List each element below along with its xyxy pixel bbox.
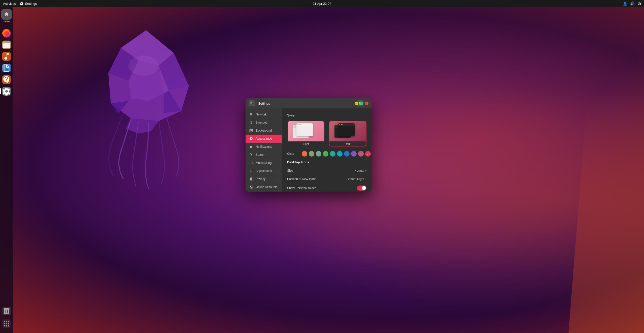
sidebar-item-search[interactable]: Search [246,151,282,159]
dock-item-trash[interactable] [1,306,12,316]
color-swatch-cyan[interactable] [337,151,343,157]
size-dropdown[interactable]: Normal ▾ [354,169,366,172]
color-swatch-mint[interactable] [316,151,321,157]
jellyfish-illustration [43,15,249,199]
desktop: Activities Settings 21 Apr 22:04 👤 🔊 ⏻ [0,0,644,333]
window-close-button[interactable]: × [365,102,368,105]
dark-style-label: Dark [329,141,366,146]
dock-item-rhythmbox[interactable] [1,51,12,62]
home-icon [4,11,10,17]
dock-item-settings[interactable] [1,86,12,97]
sidebar-network-label: Network [256,113,267,116]
settings-window-title: Settings [258,102,357,105]
color-swatch-orange[interactable] [302,151,307,157]
color-swatches [302,151,371,157]
window-minimize-button[interactable]: − [355,102,358,105]
multitasking-icon [249,161,253,165]
dock-home-label: Home [4,20,10,23]
dock-item-software[interactable] [1,74,12,85]
dock-item-files[interactable] [1,40,12,50]
firefox-icon [2,29,11,38]
notifications-icon [249,145,253,149]
color-swatch-green[interactable] [323,151,328,157]
personal-folder-toggle[interactable] [357,186,366,191]
dark-style-preview [329,121,366,141]
light-front-window [296,123,313,136]
svg-point-10 [4,31,10,36]
settings-dock-icon [2,87,11,96]
style-dark-card[interactable]: Dark [329,121,367,146]
style-cards-container: Light [287,121,366,146]
position-dropdown[interactable]: Bottom Right ▾ [347,177,366,181]
volume-icon[interactable]: 🔊 [630,2,634,6]
applications-icon [249,169,253,173]
writer-icon [2,64,11,72]
topbar-left: Activities Settings [3,2,37,6]
sidebar-privacy-label: Privacy [256,177,265,181]
trash-icon [2,307,11,315]
size-dropdown-arrow: ▾ [365,169,366,172]
dock-item-home[interactable]: Home [1,9,12,23]
window-maximize-button[interactable]: □ [360,102,363,105]
color-swatch-purple[interactable] [351,151,357,157]
network-status-icon: 👤 [623,2,627,6]
settings-main-panel: Style [282,108,371,192]
color-swatch-pink[interactable] [358,151,364,157]
bluetooth-icon [249,120,253,125]
dock: Home [0,7,13,333]
color-row: Color [287,151,366,157]
sidebar-item-network[interactable]: Network [246,110,282,118]
settings-titlebar: Settings − □ × [246,98,371,108]
sidebar-item-sharing[interactable]: Sharing [246,191,282,192]
color-swatch-red[interactable] [365,151,371,157]
settings-app-name[interactable]: Settings [25,2,37,6]
gear-icon [20,2,23,5]
appearance-icon [249,137,253,141]
color-swatch-teal[interactable] [330,151,335,157]
dock-bottom-section [1,306,12,329]
show-apps-icon [2,319,11,328]
sidebar-bluetooth-label: Bluetooth [256,121,268,124]
personal-folder-label: Show Personal folder [287,186,357,190]
color-swatch-blue[interactable] [344,151,350,157]
sidebar-item-multitasking[interactable]: Multitasking [246,159,282,167]
sidebar-item-background[interactable]: Background [246,127,282,135]
network-icon [249,112,253,116]
dock-show-apps[interactable] [1,318,12,329]
sidebar-applications-label: Applications [256,169,272,173]
sidebar-item-applications[interactable]: Applications › [246,167,282,175]
settings-app-indicator: Settings [20,2,37,6]
privacy-icon [249,177,253,181]
light-style-preview [288,121,324,141]
dock-item-writer[interactable] [1,63,12,73]
sidebar-item-bluetooth[interactable]: Bluetooth [246,118,282,127]
search-icon [250,102,253,105]
color-swatch-sage[interactable] [309,151,314,157]
background-decoration [543,0,644,333]
light-style-label: Light [288,141,324,146]
software-icon [2,75,11,84]
dark-front-window [338,123,355,136]
sidebar-multitasking-label: Multitasking [256,161,272,165]
applications-arrow-icon: › [278,170,279,172]
sidebar-item-notifications[interactable]: Notifications [246,143,282,151]
position-value: Bottom Right [347,177,364,181]
sidebar-item-appearance[interactable]: Appearance [246,135,282,143]
sidebar-online-accounts-label: Online Accounts [256,185,278,189]
dock-item-firefox[interactable] [1,28,12,39]
style-light-card[interactable]: Light [287,121,325,146]
power-icon[interactable]: ⏻ [637,2,641,6]
settings-sidebar: Network Bluetooth [246,108,282,192]
activities-button[interactable]: Activities [3,2,16,6]
svg-marker-8 [126,118,159,134]
dock-separator-1 [3,26,11,26]
privacy-arrow-icon: › [278,178,279,180]
desktop-icons-title: Desktop Icons [287,161,366,164]
settings-search-button[interactable] [249,100,255,106]
topbar-datetime[interactable]: 21 Apr 22:04 [313,2,331,6]
settings-window: Settings − □ × [246,98,371,192]
sidebar-item-online-accounts[interactable]: Online Accounts [246,183,282,191]
files-icon [2,41,11,49]
background-icon [249,129,253,133]
sidebar-item-privacy[interactable]: Privacy › [246,175,282,183]
